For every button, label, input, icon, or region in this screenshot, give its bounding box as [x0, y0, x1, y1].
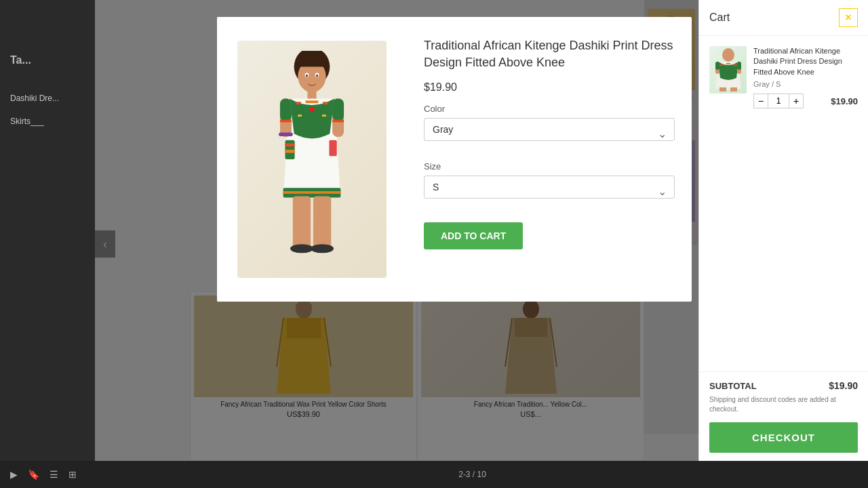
svg-rect-24: [307, 90, 316, 100]
cart-item-price: $19.90: [831, 96, 858, 106]
cart-item-controls: − 1 + $19.90: [753, 94, 858, 108]
checkout-button[interactable]: CHECKOUT: [709, 422, 858, 453]
subtotal-label: SUBTOTAL: [709, 381, 757, 391]
modal-product-title: Traditional African Kitenge Dashiki Prin…: [424, 37, 675, 71]
cart-item-image: [709, 46, 747, 94]
svg-point-47: [311, 244, 334, 253]
svg-rect-44: [293, 197, 311, 247]
size-label: Size: [424, 161, 675, 171]
svg-rect-30: [298, 115, 302, 117]
svg-rect-56: [726, 63, 730, 64]
grid-view-button[interactable]: ⊞: [68, 469, 77, 480]
product-modal: Traditional African Kitenge Dashiki Prin…: [217, 17, 692, 302]
svg-rect-57: [733, 64, 737, 66]
list-view-button[interactable]: ☰: [50, 469, 58, 480]
svg-rect-63: [730, 87, 737, 92]
add-to-cart-button[interactable]: ADD TO CART: [424, 222, 523, 249]
svg-rect-33: [285, 143, 294, 146]
subtotal-value: $19.90: [829, 380, 858, 391]
svg-point-52: [316, 75, 318, 77]
svg-rect-60: [715, 62, 719, 70]
svg-point-51: [306, 75, 308, 77]
slide-controls: ▶ 🔖 ☰ ⊞ 2-3 / 10: [0, 461, 868, 488]
shipping-note: Shipping and discount codes are added at…: [709, 395, 858, 414]
cart-title: Cart: [709, 12, 730, 24]
bg-title: Ta...: [10, 54, 85, 66]
svg-rect-61: [737, 62, 741, 70]
svg-rect-48: [279, 132, 293, 136]
modal-image-section: [217, 17, 407, 302]
color-select-wrapper: Gray Red Blue: [424, 118, 675, 151]
subtotal-row: SUBTOTAL $19.90: [709, 380, 858, 391]
play-button[interactable]: ▶: [10, 469, 18, 480]
svg-rect-34: [285, 150, 294, 153]
cart-footer: SUBTOTAL $19.90 Shipping and discount co…: [699, 371, 868, 461]
svg-rect-45: [313, 197, 331, 247]
svg-point-29: [309, 107, 315, 113]
product-image: [237, 41, 387, 278]
cart-header: Cart ×: [699, 0, 868, 36]
color-label: Color: [424, 104, 675, 114]
svg-rect-27: [306, 100, 319, 103]
cart-item: Traditional African Kitenge Dashiki Prin…: [709, 46, 858, 108]
svg-rect-62: [719, 87, 726, 92]
svg-rect-42: [332, 99, 344, 121]
svg-rect-28: [323, 102, 328, 104]
modal-details: Traditional African Kitenge Dashiki Prin…: [407, 17, 692, 302]
size-select[interactable]: S M L: [424, 176, 675, 199]
qty-value: 1: [768, 94, 789, 108]
svg-rect-55: [719, 64, 724, 66]
cart-panel: Cart ×: [698, 0, 868, 461]
svg-rect-39: [280, 99, 292, 121]
svg-rect-35: [329, 140, 336, 157]
cart-item-details: Traditional African Kitenge Dashiki Prin…: [753, 46, 858, 108]
background-sidebar: Ta... Dashiki Dre... Skirts___: [0, 0, 95, 461]
cart-close-button[interactable]: ×: [839, 8, 858, 27]
cart-item-title: Traditional African Kitenge Dashiki Prin…: [753, 46, 858, 77]
qty-controls: − 1 +: [753, 94, 804, 108]
svg-point-53: [722, 48, 734, 62]
color-select[interactable]: Gray Red Blue: [424, 118, 675, 141]
svg-rect-37: [283, 191, 341, 194]
svg-point-46: [290, 244, 313, 253]
svg-rect-26: [296, 102, 301, 104]
svg-rect-40: [280, 120, 292, 123]
qty-increase-button[interactable]: +: [789, 94, 804, 108]
bookmark-button[interactable]: 🔖: [28, 469, 39, 480]
size-select-wrapper: S M L: [424, 176, 675, 209]
cart-body: Traditional African Kitenge Dashiki Prin…: [699, 36, 868, 371]
qty-decrease-button[interactable]: −: [753, 94, 768, 108]
slide-indicator: 2-3 / 10: [87, 470, 858, 479]
cart-item-variant: Gray / S: [753, 80, 858, 88]
sidebar-item-dashiki: Dashiki Dre...: [10, 94, 85, 103]
modal-price: $19.90: [424, 81, 675, 94]
sidebar-item-skirts: Skirts___: [10, 117, 85, 126]
svg-rect-43: [332, 120, 344, 123]
svg-rect-31: [322, 115, 326, 117]
